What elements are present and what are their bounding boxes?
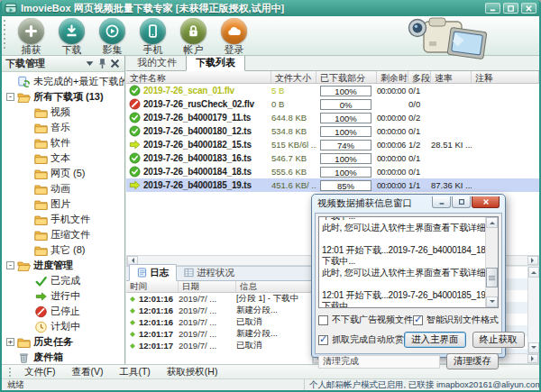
scroll-up-arrow[interactable] xyxy=(528,267,539,278)
dialog-vscrollbar[interactable] xyxy=(485,217,498,307)
tab-log[interactable]: 日志 xyxy=(129,264,177,281)
column-comment[interactable]: 注释 xyxy=(472,71,539,83)
tree-expander[interactable]: - xyxy=(6,261,14,269)
scroll-right-arrow[interactable] xyxy=(527,256,538,265)
dialog-maximize-button[interactable] xyxy=(452,196,471,208)
tree-item[interactable]: 其它 (8) xyxy=(2,242,124,258)
pin-icon[interactable] xyxy=(96,59,108,69)
enter-main-button[interactable]: 进入主界面 xyxy=(404,332,466,348)
log-row[interactable]: 12:01:16 2019/7/ ... [分段 1] - 下载中 xyxy=(126,293,312,305)
column-filename[interactable]: 文件名称 xyxy=(126,71,271,83)
tree-item[interactable]: 动画 xyxy=(2,181,124,196)
tree-item[interactable]: - 所有下载项 (13) xyxy=(2,89,124,105)
table-row[interactable]: 2019-7-26_b4000182_15.ts 515 KB/6l ... 7… xyxy=(126,138,539,151)
menu-item[interactable]: 查看(V) xyxy=(63,365,111,379)
panel-close-icon[interactable] xyxy=(109,59,121,69)
log-row[interactable]: 12:01:16 2019/7/ ... 新建分段... xyxy=(126,305,312,316)
tree-expander[interactable]: + xyxy=(6,338,14,346)
table-row[interactable]: 2019-7-26_rusCheck_02.flv 0 B 0% 0/0 xyxy=(126,97,539,111)
toolbar-button[interactable]: 下载 xyxy=(51,16,92,55)
log-column-date[interactable]: 日期 xyxy=(179,281,236,292)
tree-item[interactable]: 手机文件 xyxy=(2,212,124,227)
checkbox-box[interactable] xyxy=(318,335,328,345)
chevron-down-icon[interactable] xyxy=(84,59,96,69)
checkbox-auto-view[interactable]: 抓取完成自动欣赏 xyxy=(318,333,404,346)
folder-icon xyxy=(34,106,48,119)
progress-cell: 85% xyxy=(316,180,377,191)
tree-item[interactable]: 软件 xyxy=(2,135,124,150)
diamond-icon xyxy=(129,296,136,303)
column-segments[interactable]: 多段 xyxy=(408,71,431,83)
log-column-info[interactable]: 信息 xyxy=(236,281,312,292)
tree-item[interactable]: + 历史任务 xyxy=(2,334,124,350)
toolbar-button[interactable]: 影集 xyxy=(92,16,133,55)
dialog-log-line: 下载中... xyxy=(322,301,482,307)
tree-item[interactable]: 已停止 xyxy=(2,304,124,319)
column-progress[interactable]: 已下载部分 xyxy=(316,71,377,83)
checkbox-smart-format[interactable]: 智能识别文件格式 xyxy=(413,314,499,326)
table-row[interactable]: 2019-7-26_scan_01.flv 5 B 100% 00:00:00 … xyxy=(126,84,539,97)
menubar-grip[interactable] xyxy=(9,368,11,377)
table-row[interactable]: 2019-7-26_b4000179_11.ts 644.8 KB 100% 0… xyxy=(126,111,539,124)
checkbox-box[interactable] xyxy=(413,315,423,325)
checkbox-label: 智能识别文件格式 xyxy=(426,314,499,326)
tree-item[interactable]: 废件箱 xyxy=(2,350,124,364)
close-button[interactable] xyxy=(521,3,536,14)
tree-item[interactable]: 计划中 xyxy=(2,319,124,334)
checkbox-label: 抓取完成自动欣赏 xyxy=(332,333,404,346)
scroll-up-arrow[interactable] xyxy=(486,217,498,228)
column-timeleft[interactable]: 剩余时间 xyxy=(377,71,408,83)
download-tree: 未完成的+最近下载的 - 所有下载项 (13) 视频 音乐 xyxy=(2,72,124,364)
tree-item[interactable]: 未完成的+最近下载的 xyxy=(2,74,124,89)
tree-item[interactable]: 已完成 xyxy=(2,273,124,288)
checkbox-no-ads[interactable]: 不下载广告视频文件 xyxy=(318,314,413,326)
checkbox-box[interactable] xyxy=(318,315,328,325)
stop-capture-button[interactable]: 终止获取 xyxy=(472,332,525,348)
tree-item[interactable]: 文本 xyxy=(2,150,124,166)
toolbar-button[interactable]: 手机 xyxy=(133,16,173,55)
log-row[interactable]: 12:01:17 2019/7/ ... 新建分段... xyxy=(126,328,312,340)
scroll-down-arrow[interactable] xyxy=(486,296,498,307)
toolbar-button[interactable]: 捕获 xyxy=(11,16,51,55)
log-row[interactable]: 12:01:16 2019/7/ ... 已取消 xyxy=(126,316,312,328)
file-name: 2019-7-26_b4000183_16.ts xyxy=(143,153,252,163)
log-column-time[interactable]: 时间 xyxy=(126,281,179,292)
tree-expander[interactable]: - xyxy=(6,93,14,101)
tree-item[interactable]: 进行中 xyxy=(2,288,124,304)
tree-item[interactable]: 图片 xyxy=(2,196,124,212)
column-filesize[interactable]: 文件大小 xyxy=(271,71,316,83)
scroll-down-arrow[interactable] xyxy=(528,342,539,353)
table-row[interactable]: 2019-7-26_b4000183_16.ts 546.7 KB 100% 0… xyxy=(126,151,539,165)
clear-cache-button[interactable]: 清理缓存 xyxy=(446,353,499,369)
app-icon xyxy=(5,2,17,14)
toolbar-button[interactable]: 登录 xyxy=(214,16,254,55)
tree-item[interactable]: - 进度管理 xyxy=(2,258,124,273)
scroll-thumb[interactable] xyxy=(486,268,498,287)
table-row[interactable]: 2019-7-26_b4000180_12.ts 534.8 KB 100% 0… xyxy=(126,124,539,138)
menu-item[interactable]: 获取授权(H) xyxy=(159,365,226,379)
right-pane-vscrollbar[interactable] xyxy=(527,267,539,353)
menu-item[interactable]: 工具(T) xyxy=(111,365,158,379)
toolbar-button[interactable]: 帐户 xyxy=(173,16,214,55)
tab-process-status[interactable]: 进程状况 xyxy=(177,265,242,280)
log-row[interactable]: 12:01:17 2019/7/ ... 已取消 xyxy=(126,340,312,351)
cleanup-status-field[interactable]: 清理完成 xyxy=(318,355,440,369)
tree-item[interactable]: 音乐 xyxy=(2,120,124,135)
dialog-minimize-button[interactable] xyxy=(432,196,451,208)
toolbar-grip[interactable] xyxy=(4,20,5,51)
dialog-log-box: 下载中... 此时, 您可以进入软件主界面查看下载详细情形... 12:01 开… xyxy=(318,216,499,308)
column-speed[interactable]: 速率 xyxy=(431,71,472,83)
tree-item[interactable]: 压缩文件 xyxy=(2,227,124,242)
file-name: 2019-7-26_scan_01.flv xyxy=(143,86,234,96)
tab-download-list[interactable]: 下载列表 xyxy=(186,53,245,71)
maximize-button[interactable] xyxy=(503,3,518,14)
scroll-right-arrow[interactable] xyxy=(527,354,538,363)
tree-item[interactable]: 视频 xyxy=(2,105,124,120)
table-row[interactable]: 2019-7-26_b4000185_19.ts 451.6 KB/ ... 8… xyxy=(126,178,539,192)
table-row[interactable]: 2019-7-26_b4000184_18.ts 555.6 KB 100% 0… xyxy=(126,165,539,178)
minimize-button[interactable] xyxy=(485,3,500,14)
tab-my-files[interactable]: 我的文件 xyxy=(128,54,186,70)
tree-item[interactable]: 网页 (5) xyxy=(2,166,124,181)
menu-item[interactable]: 文件(F) xyxy=(16,365,63,379)
dialog-close-button[interactable] xyxy=(472,196,500,208)
